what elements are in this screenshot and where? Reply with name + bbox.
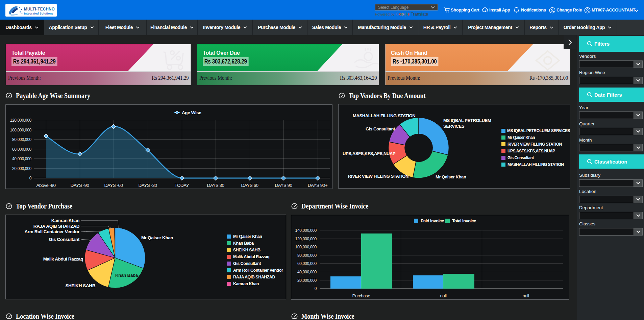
svg-text:60,000,000: 60,000,000 — [297, 261, 317, 266]
svg-text:80,000,000: 80,000,000 — [297, 253, 317, 258]
svg-text:Gis Consultant: Gis Consultant — [49, 237, 80, 242]
svg-text:DAYS -30: DAYS -30 — [138, 183, 157, 188]
svg-text:Arm Roll Container Vendor: Arm Roll Container Vendor — [24, 229, 80, 234]
svg-text:0: 0 — [315, 286, 317, 291]
svg-text:Mr Qaiser Khan: Mr Qaiser Khan — [141, 235, 173, 240]
svg-text:DAYS 60: DAYS 60 — [241, 183, 258, 188]
svg-text:20,000,000: 20,000,000 — [12, 166, 32, 171]
svg-text:DAYS -60: DAYS -60 — [104, 183, 123, 188]
svg-text:SERVICES: SERVICES — [443, 124, 465, 129]
svg-text:Khan Baba: Khan Baba — [233, 241, 254, 246]
svg-text:MASHALLAH FILLING STATION: MASHALLAH FILLING STATION — [353, 113, 415, 118]
svg-text:RAJA AQIB SHAHZAD: RAJA AQIB SHAHZAD — [33, 224, 80, 229]
svg-text:Mr Qaiser Khan: Mr Qaiser Khan — [436, 174, 466, 179]
svg-text:DAYS -90: DAYS -90 — [70, 183, 89, 188]
svg-text:Age Wise: Age Wise — [182, 110, 201, 115]
svg-text:Kamran Khan: Kamran Khan — [51, 218, 80, 223]
svg-text:Purchase: Purchase — [352, 293, 370, 298]
svg-text:UPS,ASFS,KFS,AFS,NUAP: UPS,ASFS,KFS,AFS,NUAP — [343, 151, 396, 156]
svg-text:DAYS 90: DAYS 90 — [275, 183, 292, 188]
svg-text:40,000,000: 40,000,000 — [12, 156, 32, 161]
svg-text:UPS,ASFS,KFS,AFS,NUAP: UPS,ASFS,KFS,AFS,NUAP — [507, 149, 555, 153]
svg-text:Gis Consultant: Gis Consultant — [507, 155, 534, 160]
svg-text:100,000,000: 100,000,000 — [10, 128, 32, 132]
svg-text:120,000,000: 120,000,000 — [10, 118, 32, 123]
svg-text:140,000,000: 140,000,000 — [295, 228, 317, 233]
svg-text:TODAY: TODAY — [175, 183, 189, 188]
svg-text:null: null — [440, 293, 447, 298]
svg-text:SHEIKH SAHB: SHEIKH SAHB — [233, 248, 261, 252]
svg-text:100,000,000: 100,000,000 — [295, 245, 317, 249]
svg-text:RIVER VIEW FILLING STATION: RIVER VIEW FILLING STATION — [507, 142, 562, 147]
svg-text:MASHALLAH FILLING STATION: MASHALLAH FILLING STATION — [507, 162, 564, 167]
svg-text:DAYS 30: DAYS 30 — [207, 183, 224, 188]
svg-text:Kamran Khan: Kamran Khan — [233, 281, 259, 286]
svg-text:RIVER VIEW FILLING STATION: RIVER VIEW FILLING STATION — [348, 174, 408, 179]
svg-text:Malik Abdul Razzaq: Malik Abdul Razzaq — [43, 256, 83, 262]
svg-text:Gis Consultant: Gis Consultant — [233, 261, 261, 266]
svg-text:Paid Invoice: Paid Invoice — [421, 218, 444, 223]
svg-text:DAYS 90+: DAYS 90+ — [308, 183, 328, 188]
svg-text:120,000,000: 120,000,000 — [295, 237, 317, 241]
svg-text:80,000,000: 80,000,000 — [12, 137, 32, 142]
svg-text:60,000,000: 60,000,000 — [12, 147, 32, 152]
svg-text:Mr Qaiser Khan: Mr Qaiser Khan — [507, 135, 535, 140]
svg-text:MS IQBAL PETROLUEM SERVICES: MS IQBAL PETROLUEM SERVICES — [507, 128, 570, 133]
svg-text:20,000,000: 20,000,000 — [297, 278, 317, 283]
svg-text:0: 0 — [29, 176, 32, 180]
svg-text:Khan Baba: Khan Baba — [115, 273, 138, 278]
svg-text:40,000,000: 40,000,000 — [297, 270, 317, 274]
svg-text:Mr Qaiser Khan: Mr Qaiser Khan — [233, 234, 262, 239]
svg-text:Arm Roll Container Vendor: Arm Roll Container Vendor — [233, 268, 283, 273]
svg-text:Total Invoice: Total Invoice — [452, 218, 476, 223]
svg-text:null: null — [522, 293, 529, 298]
svg-text:SHEIKH SAHB: SHEIKH SAHB — [65, 283, 95, 288]
svg-text:Malik Abdul Razzaq: Malik Abdul Razzaq — [233, 254, 269, 259]
svg-text:Above -90: Above -90 — [36, 183, 55, 188]
svg-text:MS IQBAL PETROLUEM: MS IQBAL PETROLUEM — [443, 118, 491, 123]
svg-text:Gis Consultant: Gis Consultant — [366, 126, 395, 131]
svg-text:RAJA AQIB SHAHZAD: RAJA AQIB SHAHZAD — [233, 275, 275, 279]
